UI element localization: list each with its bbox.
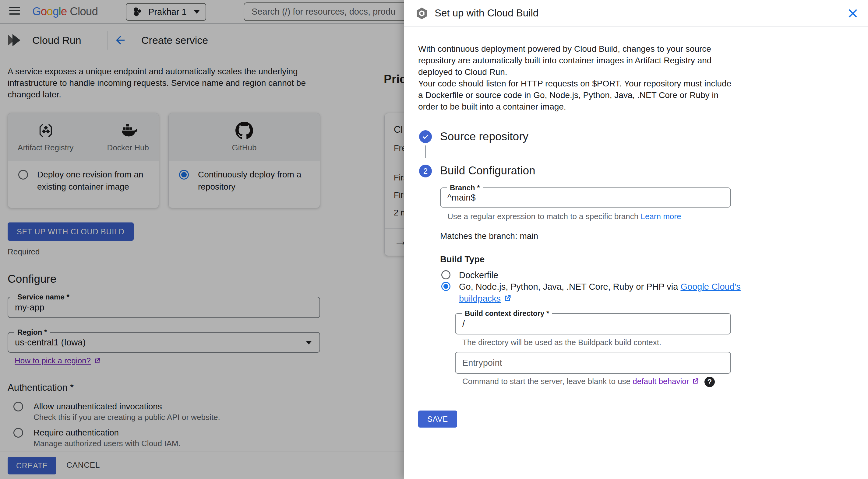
branch-match-note: Matches the branch: main	[440, 231, 538, 241]
buildpacks-label: Go, Node.js, Python, Java, .NET Core, Ru…	[459, 281, 745, 305]
close-icon[interactable]	[846, 7, 860, 20]
step1-complete-badge	[419, 130, 432, 143]
entrypoint-field	[455, 352, 731, 374]
step1-title[interactable]: Source repository	[440, 130, 528, 143]
branch-value: ^main$	[447, 188, 476, 207]
help-icon[interactable]: ?	[705, 377, 715, 387]
save-button[interactable]: SAVE	[418, 411, 457, 427]
panel-description-p2: Your code should listen for HTTP request…	[418, 79, 731, 111]
panel-description: With continuous deployment powered by Cl…	[418, 43, 737, 113]
check-icon	[422, 133, 429, 141]
branch-field[interactable]: Branch * ^main$	[440, 187, 731, 208]
panel-header: Set up with Cloud Build	[404, 0, 868, 27]
build-type-heading: Build Type	[440, 254, 485, 265]
learn-more-link[interactable]: Learn more	[641, 212, 681, 221]
radio-unselected-icon[interactable]	[441, 270, 451, 279]
step2-badge: 2	[419, 165, 432, 177]
cloud-build-icon	[415, 7, 429, 20]
cloud-build-panel: Set up with Cloud Build With continuous …	[404, 0, 868, 479]
build-context-field[interactable]: Build context directory * /	[455, 313, 731, 335]
screen: GoogleCloud Prakhar 1 Cloud Run Create s…	[0, 0, 868, 479]
build-context-helper: The directory will be used as the Buildp…	[462, 338, 661, 347]
entrypoint-helper: Command to start the server, leave blank…	[462, 377, 715, 387]
radio-selected-icon[interactable]	[441, 282, 451, 291]
branch-helper-text: Use a regular expression to match to a s…	[447, 212, 641, 221]
buildpacks-label-text: Go, Node.js, Python, Java, .NET Core, Ru…	[459, 282, 680, 292]
build-context-label: Build context directory *	[462, 309, 552, 318]
branch-helper: Use a regular expression to match to a s…	[447, 212, 681, 221]
step-connector	[425, 145, 426, 158]
build-context-value: /	[462, 314, 465, 334]
buildpacks-radio-row[interactable]: Go, Node.js, Python, Java, .NET Core, Ru…	[441, 282, 745, 305]
step2-number: 2	[423, 167, 428, 176]
default-behavior-link[interactable]: default behavior	[632, 377, 689, 386]
panel-title: Set up with Cloud Build	[435, 7, 538, 19]
external-link-icon	[691, 377, 699, 385]
entrypoint-helper-text: Command to start the server, leave blank…	[462, 377, 632, 386]
entrypoint-input[interactable]	[462, 352, 710, 373]
dockerfile-label: Dockerfile	[459, 269, 745, 281]
panel-description-p1: With continuous deployment powered by Cl…	[418, 44, 711, 77]
step2-title: Build Configuration	[440, 164, 535, 177]
dockerfile-radio-row[interactable]: Dockerfile	[441, 270, 745, 281]
external-link-icon	[503, 294, 512, 303]
